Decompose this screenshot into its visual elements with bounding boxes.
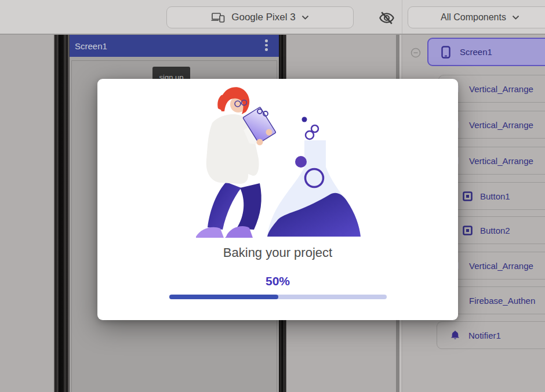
button-icon bbox=[463, 224, 473, 237]
tree-item-screen1[interactable]: Screen1 bbox=[427, 38, 545, 66]
toolbar-divider bbox=[402, 0, 402, 34]
chevron-down-icon bbox=[301, 15, 309, 20]
device-selector-dropdown[interactable]: Google Pixel 3 bbox=[166, 6, 354, 28]
tree-item-label: Vertical_Arrange bbox=[469, 84, 533, 94]
eye-off-icon[interactable] bbox=[379, 10, 395, 26]
tree-item-label: Notifier1 bbox=[468, 331, 501, 340]
collapse-minus-icon[interactable] bbox=[410, 48, 421, 58]
device-selector-label: Google Pixel 3 bbox=[231, 12, 296, 23]
tree-item-button2[interactable]: Button2 bbox=[450, 216, 545, 244]
tree-item-button1[interactable]: Button1 bbox=[450, 182, 545, 210]
progress-bar bbox=[169, 295, 387, 299]
progress-bar-fill bbox=[169, 295, 278, 299]
baking-progress-dialog: Baking your project 50% bbox=[97, 79, 458, 320]
scientist-with-flask-illustration bbox=[192, 85, 378, 242]
dialog-title: Baking your project bbox=[97, 245, 458, 260]
tree-item-label: Button2 bbox=[480, 226, 510, 235]
tree-item-label: Vertical_Arrange bbox=[469, 120, 533, 130]
kebab-menu-icon[interactable] bbox=[265, 39, 268, 53]
tree-item-label: Button1 bbox=[480, 191, 510, 201]
components-filter-label: All Components bbox=[441, 12, 506, 23]
phone-screen-title: Screen1 bbox=[75, 41, 107, 51]
top-toolbar: Google Pixel 3 All Components bbox=[0, 0, 545, 35]
bell-icon bbox=[450, 329, 460, 342]
tree-item-label: Screen1 bbox=[460, 47, 492, 57]
tree-item-label: Vertical_Arrange bbox=[469, 156, 533, 166]
components-filter-dropdown[interactable]: All Components bbox=[408, 6, 545, 28]
tree-item-label: Firebase_Authen bbox=[469, 296, 535, 306]
smartphone-icon bbox=[441, 46, 450, 59]
devices-icon bbox=[211, 12, 226, 23]
tree-item-notifier1[interactable]: Notifier1 bbox=[437, 321, 545, 349]
chevron-down-icon bbox=[512, 15, 519, 20]
phone-bezel-left bbox=[54, 35, 70, 392]
button-icon bbox=[463, 190, 473, 202]
tree-item-label: Vertical_Arrange bbox=[469, 261, 533, 271]
phone-titlebar: Screen1 bbox=[70, 35, 279, 57]
app-builder-window: Screen1 sign up Screen1 Vertical_ bbox=[0, 0, 545, 392]
progress-percent-label: 50% bbox=[97, 274, 458, 288]
